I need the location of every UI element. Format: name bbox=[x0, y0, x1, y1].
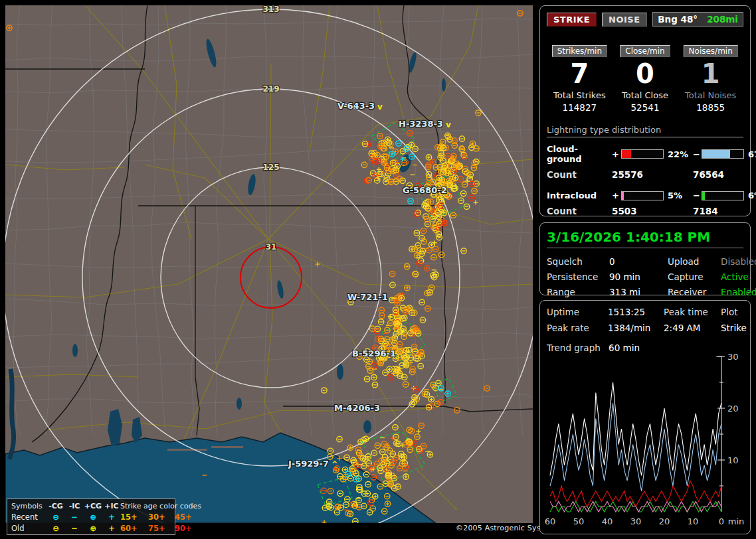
svg-text:60: 60 bbox=[545, 516, 556, 526]
rate-counters: Strikes/min 7 Total Strikes 114827 Close… bbox=[547, 44, 743, 113]
total-noises-label: Total Noises bbox=[678, 90, 743, 100]
cg-plus-count: 25576 bbox=[612, 169, 693, 180]
lightning-map[interactable]: 31321912531V-643-3vH-3238-3vG-5680-2W-72… bbox=[5, 5, 533, 523]
capture-status: Active bbox=[721, 271, 756, 282]
minus-sign: − bbox=[693, 149, 702, 159]
plot-value: Strike bbox=[721, 323, 747, 333]
storm-cell-label: B-5296-1 bbox=[352, 348, 396, 358]
legend-col-ic-minus: -IC bbox=[66, 501, 83, 512]
cg-minus-count: 76564 bbox=[693, 169, 743, 180]
mode-button-row: STRIKE NOISE Bng 48° 208mi bbox=[547, 12, 743, 27]
svg-text:30: 30 bbox=[630, 516, 642, 526]
svg-text:30: 30 bbox=[727, 352, 739, 362]
ic-minus-pct: 6% bbox=[744, 191, 756, 200]
storm-cell-trend-marker: v bbox=[446, 120, 451, 129]
intracloud-counts: Count 5503 7184 bbox=[547, 206, 743, 216]
cloud-ground-row: Cloud-ground + 22% − 67% bbox=[547, 144, 743, 164]
intracloud-row: Intracloud + 5% − 6% bbox=[547, 191, 743, 200]
noise-mode-button[interactable]: NOISE bbox=[602, 13, 647, 27]
storm-cell-trend-marker: v bbox=[377, 102, 383, 112]
plus-sign: + bbox=[612, 149, 621, 159]
noises-per-min-label: Noises/min bbox=[684, 45, 738, 57]
cloud-ground-counts: Count 25576 76564 bbox=[547, 169, 743, 180]
legend-col-cg-plus: +CG bbox=[83, 501, 103, 512]
count-label: Count bbox=[547, 206, 612, 216]
strike-mode-button[interactable]: STRIKE bbox=[547, 13, 597, 27]
noises-per-min-value: 1 bbox=[678, 58, 743, 89]
peak-rate-label: Peak rate bbox=[547, 323, 608, 333]
ic-minus-recent-icon: − bbox=[66, 512, 83, 523]
map-canvas: 31321912531V-643-3vH-3238-3vG-5680-2W-72… bbox=[5, 5, 533, 523]
trend-series-cg- bbox=[550, 481, 721, 506]
range-label: Range bbox=[547, 287, 609, 297]
storm-cell-label: W-721-1 bbox=[347, 292, 388, 302]
strikes-per-min-value: 7 bbox=[547, 58, 613, 89]
strike-counters-panel: STRIKE NOISE Bng 48° 208mi Strikes/min 7… bbox=[539, 5, 751, 216]
cg-plus-recent-icon: ⊕ bbox=[83, 512, 103, 523]
cg-plus-bar bbox=[621, 149, 664, 159]
age-45: 45+ bbox=[175, 512, 201, 523]
strikes-per-min-label: Strikes/min bbox=[552, 45, 607, 57]
ic-plus-old-icon: + bbox=[103, 523, 120, 534]
ic-plus-recent-icon: + bbox=[103, 512, 120, 523]
cg-plus-pct: 22% bbox=[664, 149, 693, 159]
bearing-readout: Bng 48° 208mi bbox=[652, 12, 743, 27]
barrier-island bbox=[167, 449, 207, 451]
trend-panel: Uptime 1513:25 Peak time Plot Peak rate … bbox=[539, 300, 751, 534]
cg-minus-bar bbox=[702, 149, 744, 159]
legend-old-label: Old bbox=[11, 523, 46, 534]
squelch-value: 0 bbox=[609, 256, 668, 267]
uptime-grid: Uptime 1513:25 Peak time Plot Peak rate … bbox=[547, 307, 743, 333]
legend-col-cg-minus: -CG bbox=[46, 501, 66, 512]
cg-minus-recent-icon: ⊖ bbox=[46, 512, 66, 523]
bearing-value: Bng 48° bbox=[658, 14, 698, 25]
close-per-min-value: 0 bbox=[613, 58, 678, 89]
age-15: 15+ bbox=[120, 512, 148, 523]
receiver-status: Enabled bbox=[721, 287, 756, 297]
legend-symbols-label: Symbols bbox=[11, 501, 46, 512]
plus-sign: + bbox=[612, 191, 621, 200]
ic-minus-bar bbox=[702, 191, 744, 200]
total-close-label: Total Close bbox=[613, 90, 678, 100]
peak-time-value: 2:49 AM bbox=[664, 323, 721, 333]
strikes-per-min-counter: Strikes/min 7 Total Strikes 114827 bbox=[547, 44, 613, 113]
range-ring-label: 219 bbox=[262, 84, 279, 94]
svg-text:10: 10 bbox=[688, 516, 699, 526]
intracloud-label: Intracloud bbox=[547, 191, 612, 200]
cg-minus-old-icon: ⊖ bbox=[46, 523, 66, 534]
total-close-value: 52541 bbox=[613, 102, 678, 113]
count-label: Count bbox=[547, 169, 612, 180]
bearing-distance: 208mi bbox=[707, 14, 738, 25]
ic-plus-pct: 5% bbox=[664, 191, 693, 200]
upload-status: Disabled bbox=[721, 256, 756, 267]
noises-per-min-counter: Noises/min 1 Total Noises 18855 bbox=[678, 44, 743, 113]
ic-minus-count: 7184 bbox=[693, 206, 743, 216]
age-90: 90+ bbox=[175, 523, 201, 534]
persistence-label: Persistence bbox=[547, 271, 609, 282]
range-value: 313 mi bbox=[609, 287, 668, 297]
ic-plus-count: 5503 bbox=[612, 206, 693, 216]
svg-text:10: 10 bbox=[727, 455, 739, 465]
svg-text:50: 50 bbox=[573, 516, 585, 526]
squelch-label: Squelch bbox=[547, 256, 609, 267]
legend-age-header: Strike age color codes bbox=[120, 501, 201, 512]
storm-cell-trend-marker: ^ bbox=[331, 460, 338, 469]
peak-time-label: Peak time bbox=[664, 307, 721, 317]
strike-legend: Symbols -CG -IC +CG +IC Strike age color… bbox=[7, 499, 175, 535]
legend-header-row: Symbols -CG -IC +CG +IC Strike age color… bbox=[11, 501, 171, 512]
svg-text:20: 20 bbox=[659, 516, 670, 526]
datetime-display: 3/16/2026 1:40:18 PM bbox=[547, 229, 743, 248]
barrier-island bbox=[211, 446, 243, 448]
peak-rate-value: 1384/min bbox=[608, 323, 664, 333]
close-per-min-counter: Close/min 0 Total Close 52541 bbox=[613, 44, 678, 113]
uptime-value: 1513:25 bbox=[608, 307, 664, 317]
range-ring-label: 31 bbox=[266, 242, 277, 252]
storm-cell-label: J-5929-7 bbox=[288, 459, 329, 469]
status-grid: Squelch 0 Upload Disabled Persistence 90… bbox=[547, 256, 743, 297]
legend-old-row: Old ⊖ − ⊕ + 60+ 75+ 90+ bbox=[11, 523, 171, 534]
minus-sign: − bbox=[693, 191, 702, 200]
ic-plus-bar bbox=[621, 191, 664, 200]
svg-text:40: 40 bbox=[602, 516, 613, 526]
cg-minus-pct: 67% bbox=[744, 149, 756, 159]
legend-recent-label: Recent bbox=[11, 512, 46, 523]
